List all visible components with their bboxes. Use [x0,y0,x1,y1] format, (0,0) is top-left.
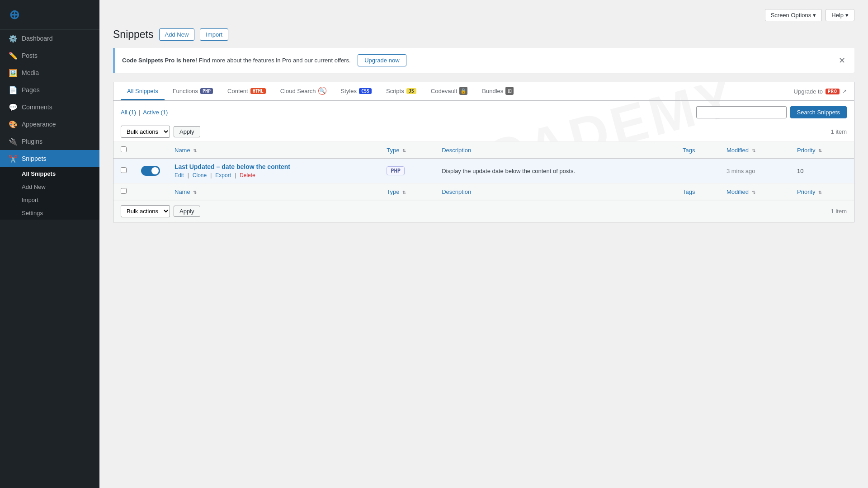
col-header-type[interactable]: Type ⇅ [379,142,434,159]
sidebar-sub-item-settings[interactable]: Settings [0,206,99,220]
notice-close-button[interactable]: ✕ [837,55,847,66]
dashboard-icon: ⚙️ [9,34,17,42]
row-checkbox-cell [113,159,134,183]
sidebar-item-pages[interactable]: 📄 Pages [0,81,99,99]
item-count-top: 1 item [831,128,847,135]
row-tags-cell [675,159,719,183]
sidebar-logo: ⊕ [0,0,99,30]
sort-modified-icon: ⇅ [752,148,755,153]
delete-action[interactable]: Delete [240,172,255,178]
css-badge: CSS [359,88,372,94]
tab-codevault[interactable]: Codevault 🔒 [425,82,474,101]
col-header-modified[interactable]: Modified ⇅ [719,142,790,159]
sidebar-item-snippets[interactable]: ✂️ Snippets [0,150,99,167]
footer-col-name[interactable]: Name ⇅ [167,183,379,200]
footer-col-type[interactable]: Type ⇅ [379,183,434,200]
col-header-check [113,142,134,159]
sidebar-sub-menu: All Snippets Add New Import Settings [0,167,99,220]
footer-col-description: Description [434,183,675,200]
snippet-toggle[interactable] [141,166,160,176]
sidebar-item-plugins[interactable]: 🔌 Plugins [0,133,99,150]
comments-icon: 💬 [9,103,17,111]
item-count-bottom: 1 item [831,208,847,215]
snippets-icon: ✂️ [9,155,17,163]
media-icon: 🖼️ [9,69,17,77]
search-area: Search Snippets [696,106,847,118]
filter-row: All (1) | Active (1) Search Snippets [113,101,854,122]
bottom-actions-row: Bulk actions Apply 1 item [113,200,854,222]
sidebar-item-posts[interactable]: ✏️ Posts [0,47,99,64]
sort-type-icon: ⇅ [402,148,406,153]
page-header: Snippets Add New Import [113,28,854,41]
html-badge: HTML [250,88,266,94]
import-button[interactable]: Import [200,28,228,41]
search-snippets-button[interactable]: Search Snippets [790,106,847,118]
table-header-row: Name ⇅ Type ⇅ Description Tags Modified [113,142,854,159]
footer-col-priority[interactable]: Priority ⇅ [790,183,854,200]
sort-modified-bottom-icon: ⇅ [752,190,755,195]
sidebar-item-comments[interactable]: 💬 Comments [0,99,99,116]
select-all-checkbox-bottom[interactable] [121,188,127,194]
sidebar-sub-item-all-snippets[interactable]: All Snippets [0,167,99,180]
bundles-icon: ⊞ [505,87,514,95]
select-all-checkbox[interactable] [121,146,127,152]
tab-scripts[interactable]: Scripts JS [380,83,423,100]
table-footer-row: Name ⇅ Type ⇅ Description Tags Modified [113,183,854,200]
vault-icon: 🔒 [459,87,467,95]
add-new-button[interactable]: Add New [159,28,195,41]
priority-value: 10 [797,168,803,174]
upgrade-now-button[interactable]: Upgrade now [358,54,406,66]
search-snippets-input[interactable] [696,106,787,118]
help-button[interactable]: Help ▾ [826,9,854,21]
screen-options-button[interactable]: Screen Options ▾ [765,9,822,21]
top-actions-row: Bulk actions Apply 1 item [113,122,854,142]
tabs-left: All Snippets Functions PHP Content HTML … [121,82,520,100]
sort-name-icon: ⇅ [193,148,197,153]
tab-styles[interactable]: Styles CSS [335,83,378,100]
js-badge: JS [406,88,416,94]
sidebar-item-appearance[interactable]: 🎨 Appearance [0,116,99,133]
external-link-icon: ↗ [842,88,847,94]
sidebar-item-media[interactable]: 🖼️ Media [0,64,99,81]
snippet-name-link[interactable]: Last Updated – date below the content [175,163,290,170]
sidebar: ⊕ ⚙️ Dashboard ✏️ Posts 🖼️ Media 📄 Pages… [0,0,99,488]
tab-content[interactable]: Content HTML [221,83,272,100]
sidebar-nav: ⚙️ Dashboard ✏️ Posts 🖼️ Media 📄 Pages 💬… [0,30,99,220]
toggle-slider [141,166,160,176]
sidebar-item-dashboard[interactable]: ⚙️ Dashboard [0,30,99,47]
sort-name-bottom-icon: ⇅ [193,190,197,195]
tab-all-snippets[interactable]: All Snippets [121,83,165,100]
footer-col-modified[interactable]: Modified ⇅ [719,183,790,200]
type-badge: PHP [387,166,405,175]
col-header-tags: Tags [675,142,719,159]
bulk-actions-select-bottom[interactable]: Bulk actions [121,205,170,217]
filter-all-link[interactable]: All (1) [121,109,136,116]
tab-cloud-search[interactable]: Cloud Search 🔍 [274,82,333,101]
bulk-apply-button-top[interactable]: Apply [174,126,200,137]
footer-col-check [113,183,134,200]
tab-functions[interactable]: Functions PHP [166,83,219,100]
bulk-actions-select-top[interactable]: Bulk actions [121,126,170,138]
row-actions: Edit | Clone | Export | Delete [175,172,372,178]
table-row: Last Updated – date below the content Ed… [113,159,854,183]
col-header-priority[interactable]: Priority ⇅ [790,142,854,159]
tab-bundles[interactable]: Bundles ⊞ [476,82,520,101]
row-checkbox[interactable] [121,167,127,173]
sidebar-sub-item-import[interactable]: Import [0,193,99,206]
clone-action[interactable]: Clone [193,172,207,178]
export-action[interactable]: Export [215,172,231,178]
edit-action[interactable]: Edit [175,172,184,178]
col-header-name[interactable]: Name ⇅ [167,142,379,159]
sidebar-sub-item-add-new[interactable]: Add New [0,180,99,193]
snippets-table: Name ⇅ Type ⇅ Description Tags Modified [113,142,854,200]
row-priority-cell: 10 [790,159,854,183]
pro-badge: PRO [826,89,840,94]
filter-active-link[interactable]: Active (1) [143,109,168,116]
upgrade-pro[interactable]: Upgrade to PRO ↗ [794,84,847,99]
bulk-apply-button-bottom[interactable]: Apply [174,206,200,217]
page-title: Snippets [113,28,154,41]
cloud-search-icon: 🔍 [318,87,326,95]
row-toggle-cell [134,159,167,183]
posts-icon: ✏️ [9,52,17,60]
col-header-description: Description [434,142,675,159]
